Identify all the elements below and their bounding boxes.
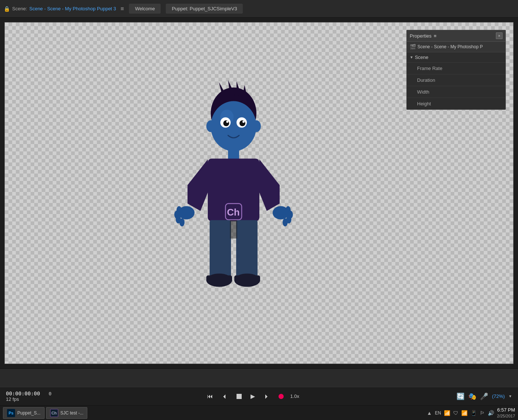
scene-expand-arrow: ▼ <box>410 55 413 59</box>
microphone-button[interactable]: 🎤 <box>480 392 488 400</box>
svg-rect-32 <box>236 220 258 279</box>
tray-up-arrow-icon[interactable]: ▲ <box>427 410 432 416</box>
properties-titlebar: Properties ≡ × <box>407 30 505 42</box>
svg-point-15 <box>252 120 261 132</box>
scene-label-text: Scene: <box>12 6 27 11</box>
scene-name-text: Scene - Scene - My Photoshop Puppet 3 <box>29 6 116 11</box>
scene-section-header: 🎬 Scene - Scene - My Photoshop P <box>407 42 505 52</box>
webcam-button[interactable]: 🎭 <box>468 392 476 400</box>
properties-title-label: Properties <box>410 33 431 39</box>
stop-button[interactable] <box>234 392 244 400</box>
taskbar: Ps Puppet_S... Ch SJC test -... ▲ EN 📶 🛡… <box>0 405 518 420</box>
tray-network-icon: 📶 <box>444 410 450 416</box>
svg-point-9 <box>223 120 229 126</box>
go-to-start-button[interactable]: ⏮ <box>205 392 215 401</box>
lock-icon: 🔒 <box>4 6 10 12</box>
scene-menu-icon[interactable]: ≡ <box>120 6 124 12</box>
stop-icon <box>237 394 242 399</box>
record-icon <box>279 394 284 399</box>
play-button[interactable]: ▶ <box>248 391 257 401</box>
scene-section-name: Scene - Scene - My Photoshop P <box>417 44 483 49</box>
scene-expand-row[interactable]: ▼ Scene <box>407 52 505 63</box>
tray-security-icon: 🛡 <box>453 410 458 416</box>
clock-date: 2/25/2017 <box>497 413 515 419</box>
tray-lang: EN <box>435 410 441 416</box>
record-button[interactable] <box>276 392 286 400</box>
svg-point-10 <box>239 120 245 126</box>
svg-point-11 <box>226 121 228 123</box>
properties-panel: Properties ≡ × 🎬 Scene - Scene - My Phot… <box>406 30 506 110</box>
svg-rect-35 <box>206 276 232 282</box>
timeline-area[interactable] <box>0 369 518 387</box>
svg-rect-33 <box>230 220 237 239</box>
tab-welcome[interactable]: Welcome <box>129 4 161 14</box>
prop-duration: Duration <box>407 74 505 86</box>
zoom-arrow-icon: ▼ <box>508 394 512 398</box>
taskbar-app-ch[interactable]: Ch SJC test -... <box>46 407 88 419</box>
tray-tablet-icon: 📱 <box>470 410 477 416</box>
fps-label: 12 fps <box>6 396 52 402</box>
timecode-display: 00:00:00:00 <box>6 391 46 396</box>
step-forward-button[interactable]: ⏵ <box>262 392 272 401</box>
tray-volume-icon: 🔊 <box>488 410 494 416</box>
svg-text:Ch: Ch <box>227 207 240 218</box>
svg-rect-31 <box>210 220 231 279</box>
scene-title: 🔒 Scene: Scene - Scene - My Photoshop Pu… <box>4 6 116 12</box>
svg-point-25 <box>179 218 185 227</box>
ch-icon: Ch <box>50 409 58 417</box>
movie-icon: 🎬 <box>410 44 416 50</box>
prop-width-label: Width <box>417 89 429 95</box>
frame-counter: 0 <box>49 391 52 396</box>
play-speed-display: 1.0x <box>290 393 304 399</box>
system-tray: ▲ EN 📶 🛡 📶 📱 🏳 🔊 6:57 PM 2/25/2017 <box>427 407 515 419</box>
taskbar-app-ch-label: SJC test -... <box>60 410 84 416</box>
timecode-row: 00:00:00:00 0 <box>6 391 52 396</box>
tray-signal-icon: 📶 <box>461 410 468 416</box>
taskbar-app-photoshop[interactable]: Ps Puppet_S... <box>3 407 45 419</box>
clock-time: 6:57 PM <box>497 407 515 413</box>
properties-title-left: Properties ≡ <box>410 33 437 39</box>
svg-point-30 <box>283 218 288 227</box>
system-clock: 6:57 PM 2/25/2017 <box>497 407 515 419</box>
prop-width: Width <box>407 86 505 98</box>
prop-height: Height <box>407 98 505 109</box>
close-button[interactable]: × <box>496 32 503 39</box>
properties-menu-icon[interactable]: ≡ <box>434 33 437 39</box>
svg-point-14 <box>206 120 215 132</box>
timecode-block: 00:00:00:00 0 12 fps <box>6 391 52 402</box>
right-controls: 🔄 🎭 🎤 (72%) ▼ <box>456 392 512 400</box>
prop-height-label: Height <box>417 101 431 106</box>
svg-point-5 <box>211 101 256 151</box>
photoshop-icon: Ps <box>7 409 15 417</box>
svg-marker-18 <box>259 160 280 211</box>
tab-puppet[interactable]: Puppet: Puppet_SJCSimpleV3 <box>166 4 243 14</box>
taskbar-app-photoshop-label: Puppet_S... <box>17 410 41 416</box>
svg-rect-37 <box>234 276 260 282</box>
top-bar: 🔒 Scene: Scene - Scene - My Photoshop Pu… <box>0 0 518 18</box>
svg-point-12 <box>242 121 245 123</box>
prop-frame-rate-label: Frame Rate <box>417 66 442 71</box>
zoom-indicator[interactable]: (72%) <box>492 393 505 399</box>
refresh-button[interactable]: 🔄 <box>456 392 465 400</box>
main-area: Ch <box>0 18 518 368</box>
transport-bar: 00:00:00:00 0 12 fps ⏮ ⏴ ▶ ⏵ 1.0x 🔄 🎭 🎤 … <box>0 387 518 405</box>
bottom-controls: 00:00:00:00 0 12 fps ⏮ ⏴ ▶ ⏵ 1.0x 🔄 🎭 🎤 … <box>0 368 518 405</box>
prop-duration-label: Duration <box>417 77 435 83</box>
puppet-container: Ch <box>171 78 296 308</box>
svg-marker-17 <box>188 160 208 211</box>
tray-flag-icon: 🏳 <box>480 410 485 416</box>
step-back-button[interactable]: ⏴ <box>220 392 230 401</box>
canvas-area[interactable]: Ch <box>4 22 514 364</box>
scene-expand-label: Scene <box>415 55 428 60</box>
prop-frame-rate: Frame Rate <box>407 63 505 74</box>
